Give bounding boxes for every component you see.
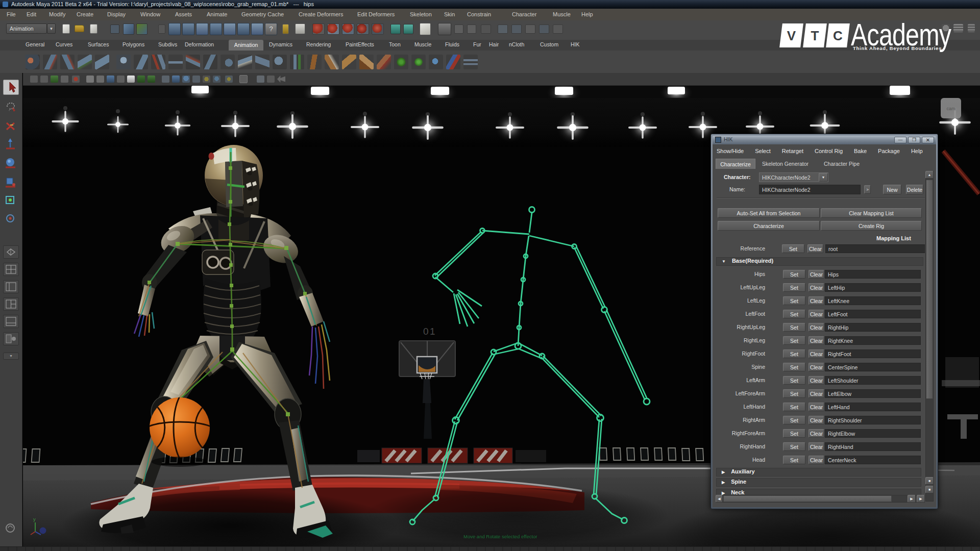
svg-text:01: 01 bbox=[423, 326, 436, 337]
svg-text:Move and Rotate selected effec: Move and Rotate selected effector bbox=[463, 534, 537, 539]
svg-text:y: y bbox=[33, 516, 36, 522]
svg-text:cam: cam bbox=[946, 106, 955, 111]
